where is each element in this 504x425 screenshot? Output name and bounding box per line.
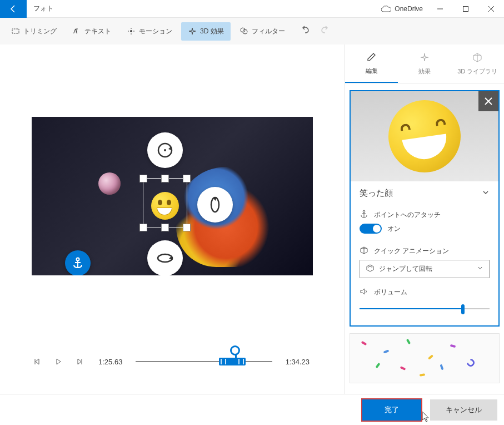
next-frame-button[interactable] bbox=[74, 356, 85, 367]
effect-title: 笑った顔 bbox=[360, 188, 393, 199]
pencil-icon bbox=[366, 51, 377, 63]
redo-button bbox=[320, 25, 330, 37]
end-time: 1:34.23 bbox=[286, 358, 310, 366]
next-effect-preview[interactable] bbox=[350, 333, 500, 383]
selection-box[interactable] bbox=[143, 178, 187, 228]
trim-tool[interactable]: トリミング bbox=[4, 22, 63, 41]
resize-handle[interactable] bbox=[139, 224, 147, 231]
jump-rotate-icon bbox=[366, 264, 375, 274]
svg-rect-4 bbox=[12, 29, 19, 33]
chevron-down-icon bbox=[482, 189, 490, 198]
sparkle-icon bbox=[419, 52, 430, 64]
video-preview[interactable] bbox=[32, 117, 313, 275]
attach-toggle[interactable] bbox=[360, 224, 382, 234]
effect-card: 笑った顔 ポイントへのアタッチ オン クイック bbox=[350, 90, 500, 327]
tab-3d-library[interactable]: 3D ライブラリ bbox=[451, 45, 504, 83]
rotate-z-handle[interactable] bbox=[147, 132, 183, 168]
tab-edit[interactable]: 編集 bbox=[345, 45, 398, 83]
cube-icon bbox=[472, 52, 483, 64]
resize-handle[interactable] bbox=[183, 175, 191, 182]
cancel-button[interactable]: キャンセル bbox=[430, 399, 497, 421]
resize-handle[interactable] bbox=[183, 224, 191, 231]
motion-tool[interactable]: モーション bbox=[120, 22, 179, 41]
effect-preview bbox=[351, 91, 498, 181]
resize-handle[interactable] bbox=[161, 175, 169, 182]
text-icon: A bbox=[72, 27, 81, 36]
3d-effects-tool[interactable]: 3D 効果 bbox=[181, 22, 231, 41]
anchor-button[interactable] bbox=[65, 250, 91, 275]
attach-state: オン bbox=[387, 224, 401, 234]
animation-label: クイック アニメーション bbox=[374, 246, 449, 256]
svg-point-6 bbox=[130, 30, 132, 32]
cube-icon bbox=[360, 246, 368, 256]
volume-label: ボリューム bbox=[374, 288, 407, 297]
3d-emoji-object[interactable] bbox=[151, 192, 179, 220]
close-button[interactable] bbox=[478, 0, 504, 18]
minimize-button[interactable] bbox=[427, 0, 453, 18]
playhead[interactable] bbox=[230, 345, 240, 355]
svg-point-24 bbox=[363, 210, 365, 212]
timeline-track[interactable] bbox=[136, 353, 272, 370]
undo-button[interactable] bbox=[301, 25, 311, 37]
svg-point-17 bbox=[77, 258, 79, 261]
app-title: フォト bbox=[33, 4, 53, 13]
volume-icon bbox=[360, 287, 368, 298]
rotate-x-handle[interactable] bbox=[147, 240, 183, 275]
cursor-icon bbox=[422, 412, 431, 423]
volume-slider[interactable] bbox=[360, 302, 490, 315]
resize-handle[interactable] bbox=[139, 175, 147, 182]
done-button[interactable]: 完了 bbox=[361, 398, 422, 422]
onedrive-status[interactable]: OneDrive bbox=[381, 5, 423, 13]
rotate-y-handle[interactable] bbox=[197, 187, 233, 223]
effect-title-row[interactable]: 笑った顔 bbox=[351, 181, 498, 205]
resize-handle[interactable] bbox=[161, 224, 169, 231]
text-tool[interactable]: A テキスト bbox=[66, 22, 118, 41]
trim-icon bbox=[11, 27, 20, 36]
filter-tool[interactable]: フィルター bbox=[233, 22, 292, 41]
current-time: 1:25.63 bbox=[98, 358, 122, 366]
anchor-icon bbox=[360, 210, 368, 220]
svg-point-14 bbox=[164, 149, 166, 151]
svg-rect-1 bbox=[463, 6, 468, 11]
effect-range[interactable] bbox=[219, 358, 246, 365]
maximize-button[interactable] bbox=[453, 0, 478, 18]
play-button[interactable] bbox=[53, 356, 64, 367]
chevron-down-icon bbox=[477, 265, 483, 273]
attach-label: ポイントへのアタッチ bbox=[374, 210, 441, 220]
tab-effects[interactable]: 効果 bbox=[398, 45, 451, 83]
sparkle-icon bbox=[188, 27, 197, 36]
scene-object bbox=[98, 172, 121, 195]
motion-icon bbox=[127, 27, 136, 36]
filter-icon bbox=[239, 27, 248, 36]
remove-effect-button[interactable] bbox=[478, 91, 498, 111]
prev-frame-button[interactable] bbox=[32, 356, 43, 367]
back-button[interactable] bbox=[0, 0, 27, 18]
animation-dropdown[interactable]: ジャンプして回転 bbox=[360, 260, 490, 278]
